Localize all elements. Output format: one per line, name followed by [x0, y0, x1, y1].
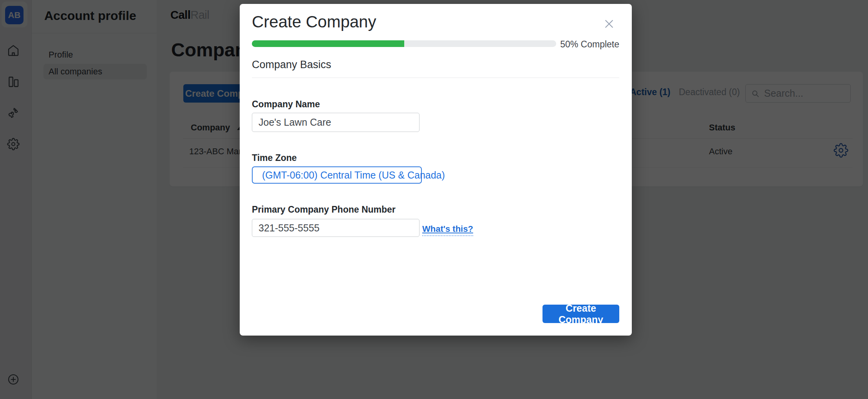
whats-this-link[interactable]: What's this? — [422, 224, 473, 236]
close-icon[interactable] — [602, 17, 616, 31]
company-name-label: Company Name — [252, 99, 320, 110]
company-name-input[interactable] — [252, 113, 420, 132]
progress-bar-fill — [252, 40, 404, 47]
phone-input[interactable] — [252, 219, 420, 237]
section-divider — [252, 78, 619, 78]
create-company-modal: Create Company 50% Complete Company Basi… — [240, 4, 632, 336]
progress-label: 50% Complete — [514, 39, 619, 50]
time-zone-select[interactable]: (GMT-06:00) Central Time (US & Canada) — [252, 166, 422, 184]
section-title: Company Basics — [252, 59, 331, 71]
time-zone-label: Time Zone — [252, 153, 297, 163]
time-zone-value: (GMT-06:00) Central Time (US & Canada) — [262, 170, 445, 181]
modal-title: Create Company — [252, 13, 376, 31]
progress-bar — [252, 40, 556, 47]
phone-label: Primary Company Phone Number — [252, 204, 396, 215]
modal-create-company-button[interactable]: Create Company — [542, 305, 619, 323]
